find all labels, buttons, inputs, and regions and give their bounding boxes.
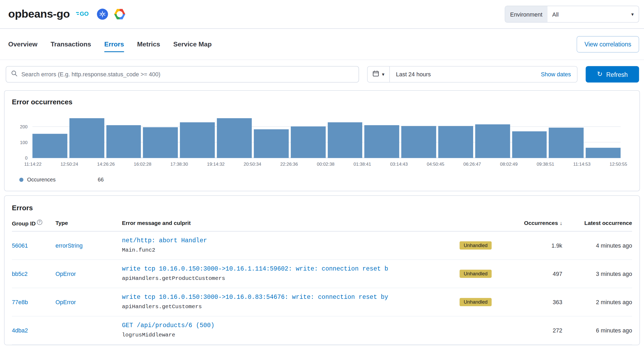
date-picker: ▾ Last 24 hours Show dates xyxy=(367,66,578,83)
chevron-down-icon: ▾ xyxy=(382,72,384,77)
x-axis-tick: 11:14:53 xyxy=(573,162,591,166)
kubernetes-icon xyxy=(97,9,108,20)
go-agent-icon: GO xyxy=(76,9,91,19)
tab-overview[interactable]: Overview xyxy=(8,36,37,52)
service-title: opbeans-go xyxy=(8,8,70,21)
error-type-link[interactable]: errorString xyxy=(56,242,83,249)
chevron-down-icon: ▾ xyxy=(631,12,634,17)
chart-bar[interactable] xyxy=(291,126,325,158)
tab-metrics[interactable]: Metrics xyxy=(137,36,160,52)
chart-bar[interactable] xyxy=(438,126,473,158)
occurrences-value: 363 xyxy=(517,299,562,305)
refresh-label: Refresh xyxy=(606,71,628,78)
show-dates-link[interactable]: Show dates xyxy=(541,71,577,78)
error-message-link[interactable]: write tcp 10.16.0.150:3000->10.16.1.114:… xyxy=(122,265,452,272)
latest-occurrence-value: 4 minutes ago xyxy=(562,242,632,249)
chart-bar[interactable] xyxy=(328,122,362,158)
chart-bar[interactable] xyxy=(401,126,436,158)
chart-legend[interactable]: Occurences 66 xyxy=(12,176,632,183)
x-axis-tick: 03:14:43 xyxy=(390,162,408,166)
chart-bar[interactable] xyxy=(512,131,547,158)
x-axis-tick: 09:38:51 xyxy=(537,162,554,166)
latest-occurrence-value: 3 minutes ago xyxy=(562,270,632,277)
error-message-link[interactable]: GET /api/products/6 (500) xyxy=(122,322,452,329)
chart-bar[interactable] xyxy=(180,122,215,158)
error-type-link[interactable]: OpError xyxy=(56,270,76,277)
error-culprit: apiHandlers.getCustomers xyxy=(122,304,452,310)
y-axis-tick: 0 xyxy=(25,156,28,160)
chart-bar[interactable] xyxy=(217,118,252,158)
chart-bar[interactable] xyxy=(106,125,141,158)
tab-service-map[interactable]: Service Map xyxy=(173,36,212,52)
x-axis-tick: 08:02:49 xyxy=(500,162,518,166)
errors-table-header: Group ID? Type Error message and culprit… xyxy=(12,212,632,231)
refresh-icon: ↻ xyxy=(597,71,603,78)
search-field xyxy=(6,66,359,83)
calendar-toggle[interactable]: ▾ xyxy=(368,66,390,82)
error-culprit: apiHandlers.getProductCustomers xyxy=(122,275,452,281)
error-culprit: Main.func2 xyxy=(122,247,452,253)
chart-bar[interactable] xyxy=(364,125,399,158)
unhandled-badge: Unhandled xyxy=(460,241,492,249)
chart-title: Error occurrences xyxy=(12,98,632,106)
tab-errors[interactable]: Errors xyxy=(104,36,124,52)
group-id-link[interactable]: 4dba2 xyxy=(12,327,28,334)
errors-table-title: Errors xyxy=(12,204,632,212)
chart-bar[interactable] xyxy=(254,129,288,158)
cloud-provider-icon xyxy=(114,9,125,20)
calendar-icon xyxy=(372,70,379,78)
legend-label: Occurences xyxy=(27,176,94,183)
environment-value: All xyxy=(547,11,631,18)
x-axis-tick: 12:50:55 xyxy=(610,162,627,166)
column-header-latest[interactable]: Latest occurrence xyxy=(562,220,632,226)
error-culprit: logrusMiddleware xyxy=(122,332,452,338)
error-type-link[interactable]: OpError xyxy=(56,299,76,305)
table-row: 77e8bOpErrorwrite tcp 10.16.0.150:3000->… xyxy=(12,288,632,316)
environment-label: Environment xyxy=(505,6,547,22)
controls-row: ▾ Last 24 hours Show dates ↻ Refresh xyxy=(0,60,644,83)
group-id-link[interactable]: 77e8b xyxy=(12,299,28,305)
column-header-group-id[interactable]: Group ID? xyxy=(12,220,56,227)
svg-text:GO: GO xyxy=(80,10,88,17)
errors-table-body: 56061errorStringnet/http: abort HandlerM… xyxy=(12,231,632,345)
x-axis-tick: 11:14:22 xyxy=(24,162,42,166)
table-row: 4dba2GET /api/products/6 (500)logrusMidd… xyxy=(12,316,632,344)
chart-bar[interactable] xyxy=(586,148,621,158)
x-axis-tick: 16:02:28 xyxy=(134,162,151,166)
x-axis-tick: 04:50:45 xyxy=(427,162,444,166)
error-message-link[interactable]: write tcp 10.16.0.150:3000->10.16.0.83:5… xyxy=(122,294,452,301)
occurrences-value: 497 xyxy=(517,270,562,277)
error-occurrences-panel: Error occurrences 0100200 11:14:2212:50:… xyxy=(4,90,640,191)
chart-bars xyxy=(33,117,621,158)
chart-bar[interactable] xyxy=(143,127,178,158)
tab-transactions[interactable]: Transactions xyxy=(50,36,91,52)
refresh-button[interactable]: ↻ Refresh xyxy=(586,66,639,83)
group-id-link[interactable]: 56061 xyxy=(12,242,28,249)
help-icon: ? xyxy=(37,220,42,225)
x-axis-tick: 01:38:41 xyxy=(354,162,371,166)
column-header-type[interactable]: Type xyxy=(56,220,122,226)
legend-value: 66 xyxy=(98,176,104,183)
group-id-link[interactable]: bb5c2 xyxy=(12,270,28,277)
column-header-occurrences[interactable]: Occurrences↓ xyxy=(517,220,562,226)
x-axis-tick: 06:26:47 xyxy=(464,162,481,166)
chart-bar[interactable] xyxy=(33,134,67,158)
chart-bar[interactable] xyxy=(475,124,510,158)
x-axis-tick: 19:14:32 xyxy=(207,162,225,166)
view-correlations-button[interactable]: View correlations xyxy=(577,36,639,53)
x-axis-labels: 11:14:2212:50:2414:26:2616:02:2817:38:30… xyxy=(24,162,627,166)
apm-service-errors-page: opbeans-go GO xyxy=(0,0,644,357)
column-header-message[interactable]: Error message and culprit xyxy=(122,220,460,226)
table-row: bb5c2OpErrorwrite tcp 10.16.0.150:3000->… xyxy=(12,260,632,288)
x-axis-tick: 17:38:30 xyxy=(170,162,188,166)
environment-select[interactable]: Environment All ▾ xyxy=(505,6,639,23)
chart-bar[interactable] xyxy=(69,118,104,158)
search-input[interactable] xyxy=(21,71,354,78)
latest-occurrence-value: 6 minutes ago xyxy=(562,327,632,334)
chart-bar[interactable] xyxy=(549,128,584,158)
y-axis-labels: 0100200 xyxy=(12,117,33,158)
tab-bar: Overview Transactions Errors Metrics Ser… xyxy=(0,29,644,60)
error-message-link[interactable]: net/http: abort Handler xyxy=(122,237,452,244)
unhandled-badge: Unhandled xyxy=(460,298,492,306)
time-range-value[interactable]: Last 24 hours xyxy=(390,71,541,78)
